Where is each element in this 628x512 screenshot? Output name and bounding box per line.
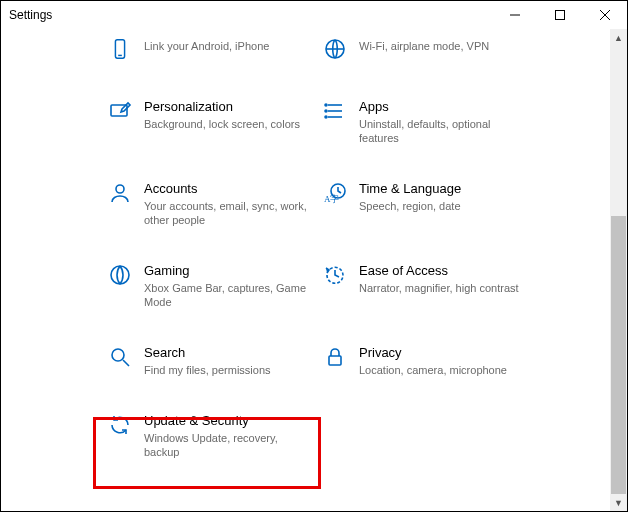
- tile-desc: Location, camera, microphone: [359, 363, 524, 377]
- svg-line-20: [123, 360, 129, 366]
- ease-icon: [321, 261, 349, 289]
- tile-title: Time & Language: [359, 179, 524, 197]
- tile-phone[interactable]: Link your Android, iPhone: [106, 31, 321, 67]
- tile-desc: Wi-Fi, airplane mode, VPN: [359, 39, 524, 53]
- tile-title: Apps: [359, 97, 524, 115]
- settings-content: Link your Android, iPhone Wi-Fi, airplan…: [1, 29, 610, 511]
- tile-title: Ease of Access: [359, 261, 524, 279]
- svg-point-13: [325, 110, 327, 112]
- tile-title: [359, 35, 524, 37]
- person-icon: [106, 179, 134, 207]
- lock-icon: [321, 343, 349, 371]
- gaming-icon: [106, 261, 134, 289]
- tile-network[interactable]: Wi-Fi, airplane mode, VPN: [321, 31, 536, 67]
- phone-icon: [106, 35, 134, 63]
- time-icon: A字: [321, 179, 349, 207]
- svg-point-15: [116, 185, 124, 193]
- tile-privacy[interactable]: Privacy Location, camera, microphone: [321, 339, 536, 381]
- tile-desc: Windows Update, recovery, backup: [144, 431, 309, 459]
- window-title: Settings: [9, 8, 52, 22]
- tile-time-language[interactable]: A字 Time & Language Speech, region, date: [321, 175, 536, 231]
- apps-icon: [321, 97, 349, 125]
- tile-desc: Background, lock screen, colors: [144, 117, 309, 131]
- tile-desc: Link your Android, iPhone: [144, 39, 309, 53]
- tile-desc: Find my files, permissions: [144, 363, 309, 377]
- minimize-button[interactable]: [492, 1, 537, 29]
- svg-point-19: [112, 349, 124, 361]
- personalization-icon: [106, 97, 134, 125]
- close-button[interactable]: [582, 1, 627, 29]
- svg-rect-1: [555, 11, 564, 20]
- svg-point-14: [325, 116, 327, 118]
- tile-title: [144, 35, 309, 37]
- svg-text:A字: A字: [324, 194, 340, 204]
- tile-personalization[interactable]: Personalization Background, lock screen,…: [106, 93, 321, 149]
- svg-point-18: [111, 266, 129, 284]
- update-icon: [106, 411, 134, 439]
- tile-title: Gaming: [144, 261, 309, 279]
- svg-point-12: [325, 104, 327, 106]
- tile-title: Accounts: [144, 179, 309, 197]
- tile-desc: Speech, region, date: [359, 199, 524, 213]
- tile-title: Privacy: [359, 343, 524, 361]
- tile-title: Search: [144, 343, 309, 361]
- tile-desc: Your accounts, email, sync, work, other …: [144, 199, 309, 227]
- scroll-down-arrow[interactable]: ▼: [610, 494, 627, 511]
- settings-grid: Link your Android, iPhone Wi-Fi, airplan…: [106, 31, 610, 463]
- tile-title: Update & Security: [144, 411, 309, 429]
- tile-search[interactable]: Search Find my files, permissions: [106, 339, 321, 381]
- tile-apps[interactable]: Apps Uninstall, defaults, optional featu…: [321, 93, 536, 149]
- tile-desc: Uninstall, defaults, optional features: [359, 117, 524, 145]
- tile-title: Personalization: [144, 97, 309, 115]
- search-icon: [106, 343, 134, 371]
- maximize-button[interactable]: [537, 1, 582, 29]
- svg-rect-21: [329, 356, 341, 365]
- title-bar: Settings: [1, 1, 627, 29]
- tile-desc: Xbox Game Bar, captures, Game Mode: [144, 281, 309, 309]
- scroll-track[interactable]: [610, 46, 627, 494]
- scroll-thumb[interactable]: [611, 216, 626, 494]
- scroll-up-arrow[interactable]: ▲: [610, 29, 627, 46]
- tile-desc: Narrator, magnifier, high contrast: [359, 281, 524, 295]
- tile-gaming[interactable]: Gaming Xbox Game Bar, captures, Game Mod…: [106, 257, 321, 313]
- globe-icon: [321, 35, 349, 63]
- tile-ease-of-access[interactable]: Ease of Access Narrator, magnifier, high…: [321, 257, 536, 313]
- tile-accounts[interactable]: Accounts Your accounts, email, sync, wor…: [106, 175, 321, 231]
- vertical-scrollbar[interactable]: ▲ ▼: [610, 29, 627, 511]
- tile-update-security[interactable]: Update & Security Windows Update, recove…: [106, 407, 321, 463]
